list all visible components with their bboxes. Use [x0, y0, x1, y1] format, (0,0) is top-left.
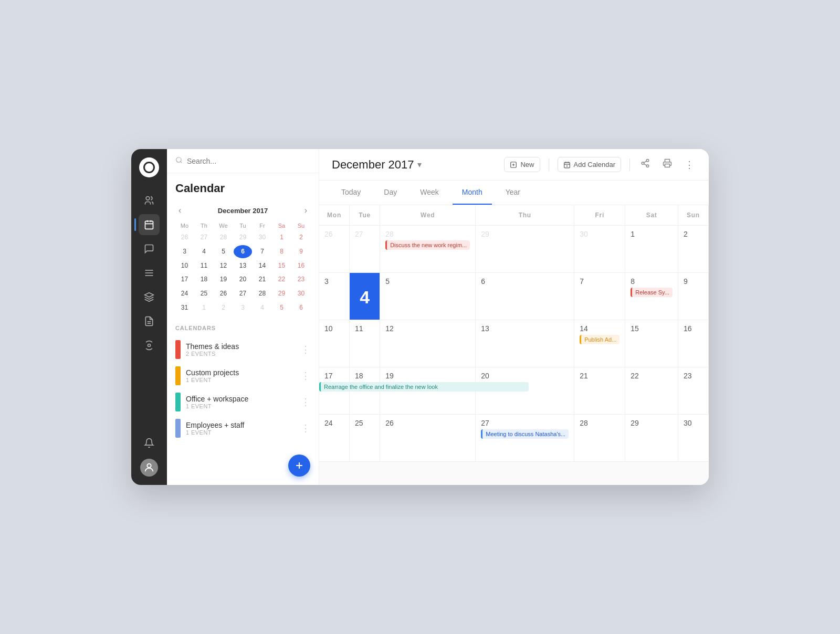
event-meeting[interactable]: Meeting to discuss Natasha's... [481, 429, 569, 439]
employees-more[interactable]: ⋮ [301, 422, 310, 434]
cell-dec3[interactable]: 3 [319, 273, 350, 320]
mini-day[interactable]: 4 [195, 245, 213, 258]
mini-day[interactable]: 1 [195, 301, 213, 314]
mini-day[interactable]: 2 [292, 231, 310, 244]
mini-day[interactable]: 23 [292, 273, 310, 286]
mini-day-today[interactable]: 6 [234, 245, 252, 258]
mini-day[interactable]: 29 [234, 231, 252, 244]
cell-dec6[interactable]: 6 [476, 273, 574, 320]
mini-day[interactable]: 13 [234, 259, 252, 272]
print-icon[interactable] [660, 156, 674, 173]
mini-day[interactable]: 4 [253, 301, 271, 314]
mini-day[interactable]: 31 [175, 301, 194, 314]
mini-day[interactable]: 25 [195, 287, 213, 300]
sidebar-item-layers[interactable] [139, 287, 160, 308]
sidebar-item-chat[interactable] [139, 238, 160, 259]
cell-nov28[interactable]: 28 Discuss the new work regim... [380, 226, 476, 273]
cell-dec27[interactable]: 27 Meeting to discuss Natasha's... [476, 415, 574, 462]
mini-day[interactable]: 1 [272, 231, 291, 244]
mini-day[interactable]: 26 [175, 231, 194, 244]
event-rearrange[interactable]: Rearrage the office and finalize the new… [319, 382, 529, 392]
cell-dec7[interactable]: 7 [574, 273, 625, 320]
cell-dec16[interactable]: 16 [678, 320, 709, 367]
event-release[interactable]: Release Sy... [631, 288, 673, 297]
cell-dec12[interactable]: 12 [380, 320, 476, 367]
mini-day[interactable]: 16 [292, 259, 310, 272]
cell-dec24[interactable]: 24 [319, 415, 350, 462]
event-publish[interactable]: Publish Ad... [580, 335, 620, 344]
sidebar-item-bell[interactable] [139, 432, 160, 453]
cell-dec9[interactable]: 9 [678, 273, 709, 320]
cell-dec14[interactable]: 14 Publish Ad... [574, 320, 625, 367]
mini-day[interactable]: 15 [272, 259, 291, 272]
mini-cal-next[interactable]: › [301, 205, 310, 216]
mini-day[interactable]: 18 [195, 273, 213, 286]
sidebar-item-users[interactable] [139, 190, 160, 211]
mini-day[interactable]: 20 [234, 273, 252, 286]
mini-day[interactable]: 27 [195, 231, 213, 244]
cell-dec26[interactable]: 26 [380, 415, 476, 462]
mini-day[interactable]: 5 [272, 301, 291, 314]
mini-day[interactable]: 28 [253, 287, 271, 300]
tab-today[interactable]: Today [332, 181, 370, 205]
cell-dec30[interactable]: 30 [678, 415, 709, 462]
mini-cal-prev[interactable]: ‹ [175, 205, 184, 216]
cell-dec8[interactable]: 8 Release Sy... [625, 273, 678, 320]
cell-dec4-today[interactable]: 4 [350, 273, 380, 320]
calendar-employees-staff[interactable]: Employees + staff 1 EVENT ⋮ [175, 415, 310, 441]
cell-dec22[interactable]: 22 [625, 367, 678, 415]
cell-dec2[interactable]: 2 [678, 226, 709, 273]
mini-day[interactable]: 29 [272, 287, 291, 300]
mini-day[interactable]: 10 [175, 259, 194, 272]
mini-day[interactable]: 7 [253, 245, 271, 258]
mini-day[interactable]: 5 [214, 245, 233, 258]
mini-day[interactable]: 2 [214, 301, 233, 314]
mini-day[interactable]: 17 [175, 273, 194, 286]
sidebar-item-document[interactable] [139, 311, 160, 332]
sidebar-item-menu[interactable] [139, 262, 160, 283]
cell-nov30[interactable]: 30 [574, 226, 625, 273]
share-icon[interactable] [638, 156, 652, 173]
mini-day[interactable]: 30 [292, 287, 310, 300]
month-title[interactable]: December 2017 ▾ [332, 158, 422, 172]
cell-dec23[interactable]: 23 [678, 367, 709, 415]
office-more[interactable]: ⋮ [301, 396, 310, 408]
sidebar-item-tools[interactable] [139, 335, 160, 356]
sidebar-item-calendar[interactable] [139, 214, 160, 235]
mini-day[interactable]: 6 [292, 301, 310, 314]
mini-day[interactable]: 3 [175, 245, 194, 258]
cell-dec17[interactable]: 17 Rearrage the office and finalize the … [319, 367, 350, 415]
cell-nov27[interactable]: 27 [350, 226, 380, 273]
mini-day[interactable]: 22 [272, 273, 291, 286]
custom-more[interactable]: ⋮ [301, 370, 310, 382]
mini-day[interactable]: 3 [234, 301, 252, 314]
mini-day[interactable]: 9 [292, 245, 310, 258]
mini-day[interactable]: 19 [214, 273, 233, 286]
cell-dec28[interactable]: 28 [574, 415, 625, 462]
tab-day[interactable]: Day [374, 181, 406, 205]
mini-day[interactable]: 14 [253, 259, 271, 272]
cell-dec21[interactable]: 21 [574, 367, 625, 415]
cell-nov26[interactable]: 26 [319, 226, 350, 273]
cell-dec1[interactable]: 1 [625, 226, 678, 273]
mini-day[interactable]: 26 [214, 287, 233, 300]
mini-day[interactable]: 12 [214, 259, 233, 272]
cell-nov29[interactable]: 29 [476, 226, 574, 273]
cell-dec25[interactable]: 25 [350, 415, 380, 462]
calendar-themes-ideas[interactable]: Themes & ideas 2 EVENTS ⋮ [175, 336, 310, 363]
avatar[interactable] [140, 459, 158, 477]
cell-dec5[interactable]: 5 [380, 273, 476, 320]
calendar-office-workspace[interactable]: Office + workspace 1 EVENT ⋮ [175, 389, 310, 415]
tab-month[interactable]: Month [453, 181, 492, 205]
mini-day[interactable]: 11 [195, 259, 213, 272]
mini-day[interactable]: 8 [272, 245, 291, 258]
cell-dec13[interactable]: 13 [476, 320, 574, 367]
logo[interactable] [139, 157, 159, 177]
add-calendar-button[interactable]: Add Calendar [558, 157, 622, 172]
search-input[interactable] [187, 157, 310, 165]
tab-year[interactable]: Year [496, 181, 530, 205]
mini-day[interactable]: 30 [253, 231, 271, 244]
cell-dec11[interactable]: 11 [350, 320, 380, 367]
mini-day[interactable]: 27 [234, 287, 252, 300]
tab-week[interactable]: Week [411, 181, 448, 205]
